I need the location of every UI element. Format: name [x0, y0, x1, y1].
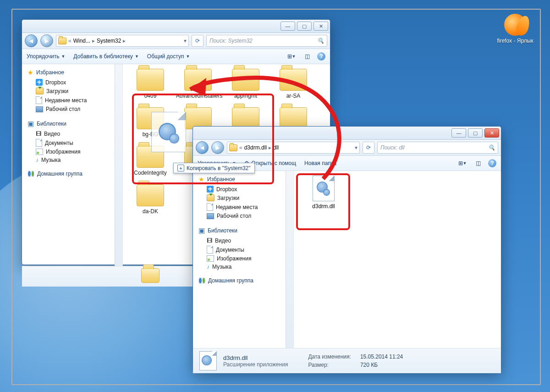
sidebar-item-desktop[interactable]: Рабочий стол — [26, 105, 120, 113]
minimize-button[interactable]: — — [280, 22, 295, 31]
refresh-button[interactable]: ⟳ — [363, 142, 374, 154]
sidebar-item-video[interactable]: 🎞Видео — [197, 237, 291, 245]
star-icon: ★ — [198, 176, 204, 183]
homegroup-icon — [28, 171, 34, 177]
recent-icon — [36, 96, 42, 104]
sidebar-item-desktop[interactable]: Рабочий стол — [197, 212, 291, 220]
folder-icon — [58, 38, 66, 44]
documents-icon — [207, 246, 213, 254]
breadcrumb-segment[interactable]: Wind... — [73, 38, 90, 44]
dropdown-icon[interactable]: ▾ — [184, 38, 187, 44]
sidebar-homegroup[interactable]: Домашняя группа — [37, 171, 82, 177]
music-icon: ♪ — [207, 264, 209, 270]
sidebar-item-dropbox[interactable]: Dropbox — [197, 185, 291, 193]
sidebar-item-recent[interactable]: Недавние места — [26, 95, 120, 105]
scrollbar[interactable] — [286, 171, 293, 348]
close-button[interactable]: ✕ — [314, 22, 328, 31]
organize-menu[interactable]: Упорядочить▼ — [27, 53, 65, 60]
folder-icon — [137, 184, 164, 206]
titlebar[interactable]: — ▢ ✕ — [193, 127, 501, 140]
desktop-shortcut-label: firefox - Ярлык — [496, 38, 534, 44]
sidebar-item-documents[interactable]: Документы — [197, 245, 291, 254]
pictures-icon — [36, 149, 43, 155]
details-pane: d3drm.dll Расширение приложения Дата изм… — [193, 348, 501, 373]
sidebar-item-dropbox[interactable]: Dropbox — [26, 78, 120, 87]
breadcrumb-segment[interactable]: dll — [273, 144, 279, 151]
details-filetype: Расширение приложения — [223, 361, 288, 368]
desktop-icon — [207, 213, 214, 219]
sidebar-item-documents[interactable]: Документы — [26, 138, 120, 148]
drag-tooltip-text: Копировать в "System32" — [187, 165, 251, 171]
titlebar[interactable]: — ▢ ✕ — [22, 20, 330, 33]
forward-button[interactable]: ► — [40, 34, 53, 47]
forward-button[interactable]: ► — [211, 141, 224, 154]
sidebar-homegroup[interactable]: Домашняя группа — [208, 277, 253, 284]
scrollbar[interactable] — [115, 64, 122, 266]
folder-icon — [141, 268, 160, 283]
breadcrumb-segment[interactable]: System32 — [97, 38, 121, 44]
folder-icon — [232, 69, 259, 91]
folder-item[interactable]: AdvancedInstallers — [176, 69, 220, 99]
folder-item[interactable]: 0409 — [128, 69, 172, 99]
sidebar-item-music[interactable]: ♪Музыка — [197, 263, 291, 271]
toolbar: Упорядочить▼ Добавить в библиотеку▼ Общи… — [22, 49, 330, 64]
sidebar-item-music[interactable]: ♪Музыка — [26, 156, 120, 164]
details-date-value: 15.05.2014 11:24 — [360, 353, 403, 360]
sidebar-favorites[interactable]: Избранное — [207, 176, 235, 182]
sidebar-libraries[interactable]: Библиотеки — [208, 227, 237, 234]
address-bar[interactable]: « d3drm.dll ▸ dll ▾ — [227, 142, 360, 154]
search-placeholder: Поиск: dll — [380, 144, 404, 151]
navigation-pane[interactable]: ★Избранное Dropbox Загрузки Недавние мес… — [22, 64, 123, 266]
drag-ghost-icon — [151, 112, 186, 152]
file-label: d3drm.dll — [308, 203, 340, 210]
view-options-button[interactable]: ⊞ ▼ — [457, 158, 468, 168]
search-placeholder: Поиск: System32 — [209, 38, 253, 44]
maximize-button[interactable]: ▢ — [297, 22, 312, 31]
dropbox-icon — [36, 79, 43, 86]
homegroup-icon — [198, 277, 205, 284]
preview-pane-button[interactable]: ◫ — [473, 158, 484, 168]
star-icon: ★ — [28, 69, 33, 76]
breadcrumb-segment[interactable]: d3drm.dll — [244, 144, 267, 151]
desktop-icon — [36, 106, 43, 112]
dll-file-icon — [313, 176, 335, 201]
sidebar-item-pictures[interactable]: Изображения — [26, 148, 120, 156]
search-box[interactable]: Поиск: System32 🔍 — [206, 35, 327, 47]
dropdown-icon[interactable]: ▾ — [355, 144, 358, 151]
refresh-button[interactable]: ⟳ — [192, 35, 204, 47]
help-button[interactable]: ? — [488, 159, 496, 167]
search-box[interactable]: Поиск: dll 🔍 — [377, 142, 498, 154]
maximize-button[interactable]: ▢ — [468, 128, 483, 138]
search-icon: 🔍 — [317, 38, 324, 44]
sidebar-item-pictures[interactable]: Изображения — [197, 254, 291, 263]
video-icon: 🎞 — [207, 237, 212, 244]
share-menu[interactable]: Общий доступ▼ — [147, 53, 190, 60]
new-folder-button[interactable]: Новая папка — [304, 160, 336, 166]
sidebar-favorites[interactable]: Избранное — [36, 69, 64, 76]
minimize-button[interactable]: — — [451, 128, 466, 138]
sidebar-libraries[interactable]: Библиотеки — [37, 121, 66, 127]
desktop-shortcut-firefox[interactable]: firefox - Ярлык — [496, 14, 534, 44]
address-bar[interactable]: « Wind... ▸ System32 ▸ ▾ — [56, 35, 189, 47]
add-to-library-menu[interactable]: Добавить в библиотеку▼ — [73, 53, 138, 60]
preview-pane-button[interactable]: ◫ — [302, 51, 313, 61]
libraries-icon: ▣ — [28, 120, 34, 128]
help-button[interactable]: ? — [317, 52, 325, 61]
folder-item[interactable]: ar-SA — [271, 69, 315, 99]
navigation-bar: ◄ ► « d3drm.dll ▸ dll ▾ ⟳ Поиск: dll 🔍 — [193, 140, 501, 156]
sidebar-item-downloads[interactable]: Загрузки — [197, 193, 291, 202]
sidebar-item-recent[interactable]: Недавние места — [197, 202, 291, 212]
back-button[interactable]: ◄ — [196, 141, 209, 154]
file-item-d3drm[interactable]: d3drm.dll — [308, 176, 340, 210]
sidebar-item-video[interactable]: 🎞Видео — [26, 130, 120, 138]
folder-item[interactable]: da-DK — [128, 184, 172, 215]
back-button[interactable]: ◄ — [25, 34, 38, 47]
view-options-button[interactable]: ⊞ ▼ — [286, 51, 297, 61]
content-pane[interactable]: d3drm.dll — [294, 171, 501, 348]
folder-icon — [229, 144, 237, 151]
folder-item[interactable]: appmgmt — [224, 69, 268, 99]
navigation-pane[interactable]: ★Избранное Dropbox Загрузки Недавние мес… — [193, 171, 294, 348]
sidebar-item-downloads[interactable]: Загрузки — [26, 87, 120, 95]
close-button[interactable]: ✕ — [484, 128, 499, 138]
video-icon: 🎞 — [36, 131, 41, 137]
